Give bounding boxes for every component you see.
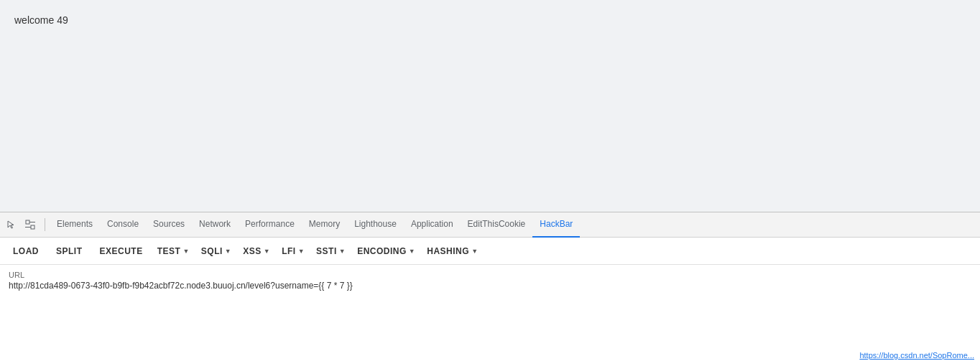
execute-button[interactable]: EXECUTE <box>93 243 150 259</box>
xss-button[interactable]: XSS ▼ <box>239 243 274 259</box>
tab-sources[interactable]: Sources <box>146 212 192 238</box>
split-button[interactable]: SPLIT <box>49 243 90 259</box>
load-button[interactable]: LOAD <box>6 243 46 259</box>
test-button[interactable]: TEST ▼ <box>153 243 194 259</box>
tab-network[interactable]: Network <box>192 212 238 238</box>
devtools-tabs-bar: Elements Console Sources Network Perform… <box>0 212 980 238</box>
tab-application[interactable]: Application <box>404 212 461 238</box>
url-label: URL <box>9 271 971 279</box>
devtools-panel: Elements Console Sources Network Perform… <box>0 212 980 361</box>
test-dropdown-arrow: ▼ <box>182 248 189 255</box>
encoding-button[interactable]: ENCODING ▼ <box>353 243 420 259</box>
tab-hackbar[interactable]: HackBar <box>532 212 580 238</box>
tab-elements[interactable]: Elements <box>50 212 100 238</box>
hashing-dropdown-arrow: ▼ <box>471 248 478 255</box>
sqli-button[interactable]: SQLI ▼ <box>197 243 236 259</box>
tab-editthiscookie[interactable]: EditThisCookie <box>461 212 533 238</box>
lfi-dropdown-arrow: ▼ <box>298 248 305 255</box>
ssti-button[interactable]: SSTI ▼ <box>312 243 350 259</box>
xss-dropdown-arrow: ▼ <box>264 248 270 255</box>
cursor-icon[interactable] <box>3 216 20 233</box>
tab-console[interactable]: Console <box>100 212 146 238</box>
hashing-button[interactable]: HASHING ▼ <box>422 243 482 259</box>
status-bar-link[interactable]: https://blog.csdn.net/SopRome... <box>854 350 980 361</box>
svg-rect-1 <box>31 225 34 229</box>
inspect-icon[interactable] <box>22 216 39 233</box>
welcome-text: welcome 49 <box>14 14 68 26</box>
lfi-button[interactable]: LFI ▼ <box>277 243 309 259</box>
url-value: http://81cda489-0673-43f0-b9fb-f9b42acbf… <box>9 281 971 291</box>
svg-rect-0 <box>26 220 29 224</box>
sqli-dropdown-arrow: ▼ <box>225 248 231 255</box>
url-area: URL http://81cda489-0673-43f0-b9fb-f9b42… <box>0 265 980 361</box>
tab-memory[interactable]: Memory <box>302 212 347 238</box>
ssti-dropdown-arrow: ▼ <box>339 248 346 255</box>
hackbar-toolbar: LOAD SPLIT EXECUTE TEST ▼ SQLI ▼ XSS ▼ L… <box>0 238 980 265</box>
tab-lighthouse[interactable]: Lighthouse <box>347 212 404 238</box>
tab-separator <box>45 218 45 231</box>
main-content: welcome 49 <box>0 0 980 212</box>
encoding-dropdown-arrow: ▼ <box>409 248 415 255</box>
tab-performance[interactable]: Performance <box>238 212 302 238</box>
